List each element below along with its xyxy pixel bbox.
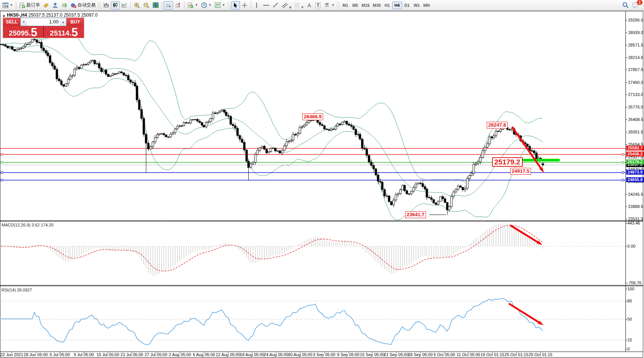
user-icon — [52, 2, 58, 8]
search-icon — [622, 2, 629, 8]
eraser-icon — [43, 3, 49, 8]
new-order-label: 新订单 — [26, 2, 40, 8]
main-toolbar: ▼ 新订单 自动交易 — [0, 0, 644, 11]
buy-button[interactable]: BUY — [67, 18, 84, 26]
crosshair-icon — [242, 2, 248, 8]
collapse-arrow-icon[interactable]: ▲ — [2, 14, 6, 17]
horizontal-line-tool-button[interactable] — [261, 1, 271, 9]
chevron-down-icon: ▼ — [195, 3, 198, 7]
cursor-icon — [233, 2, 238, 8]
chart-shift-button[interactable] — [173, 1, 183, 9]
one-click-trade-panel: SELL ▼ 1.00 ▲ BUY 25095.5 25114.5 — [3, 18, 84, 38]
rsi-indicator-label: RSI(14) 39.0927 — [2, 288, 32, 292]
template-icon — [215, 2, 221, 8]
vertical-line-icon — [254, 2, 259, 8]
tile-windows-button[interactable] — [151, 1, 160, 9]
buy-price[interactable]: 25114.5 — [44, 26, 84, 38]
chevron-down-icon: ▼ — [10, 3, 13, 7]
chevron-down-icon: ▼ — [331, 3, 334, 7]
symbol-ohlc-readout: ▲ HK50-,H4 25037.5 25137.0 25037.5 25097… — [2, 12, 98, 18]
symbol-title: HK50-,H4 — [7, 12, 27, 18]
indicators-button[interactable]: ▼ — [186, 1, 200, 9]
zoom-in-icon — [134, 2, 140, 8]
candlestick-chart-button[interactable] — [111, 1, 120, 9]
channel-tool-button[interactable]: E — [280, 1, 293, 9]
timeframe-w1[interactable]: W1 — [412, 2, 422, 9]
bar-chart-icon — [103, 2, 109, 8]
line-chart-button[interactable] — [120, 1, 129, 9]
fibo-glyph: F — [302, 6, 303, 9]
volume-input[interactable]: 1.00 — [27, 18, 60, 26]
indicators-icon — [187, 2, 194, 8]
trendline-icon — [272, 2, 279, 8]
volume-decrease-button[interactable]: ▼ — [21, 18, 27, 26]
speaker-icon — [61, 2, 67, 8]
shapes-tool-button[interactable]: ▼ — [322, 1, 336, 9]
cursor-tool-button[interactable] — [231, 1, 240, 9]
fibonacci-icon — [294, 2, 300, 8]
crosshair-tool-button[interactable] — [240, 1, 249, 9]
news-button[interactable] — [60, 1, 69, 9]
trading-terminal: ▼ 新订单 自动交易 — [0, 0, 644, 358]
horizontal-line-icon — [263, 3, 269, 8]
timeframe-h4[interactable]: H4 — [392, 2, 402, 9]
sell-price-big: 5 — [31, 28, 37, 37]
text-tool-glyph: A — [308, 2, 311, 8]
accounts-button[interactable] — [51, 1, 60, 9]
zoom-out-icon — [143, 2, 150, 8]
periods-button[interactable]: ▼ — [200, 1, 213, 9]
timeframe-m15[interactable]: M15 — [360, 2, 371, 9]
candlestick-chart-icon — [112, 2, 118, 8]
eraser-button[interactable] — [42, 1, 51, 9]
notification-badge: 1 — [637, 0, 642, 5]
vertical-line-tool-button[interactable] — [252, 1, 261, 9]
chat-button[interactable]: 1 — [630, 1, 641, 9]
clock-icon — [201, 2, 207, 8]
volume-stepper: ▼ 1.00 ▲ — [20, 18, 67, 26]
text-tool-button[interactable]: A — [305, 1, 314, 9]
timeframe-m5[interactable]: M5 — [350, 2, 360, 9]
label-tool-glyph: T — [315, 2, 320, 8]
timeframe-h1[interactable]: H1 — [382, 2, 392, 9]
timeframe-m1[interactable]: M1 — [341, 2, 350, 9]
auto-scroll-icon — [165, 2, 172, 8]
sell-price-main: 25095 — [9, 29, 29, 37]
timeframe-m30[interactable]: M30 — [371, 2, 382, 9]
timeframe-mn[interactable]: MN — [422, 2, 432, 9]
fibonacci-tool-button[interactable]: F — [293, 1, 305, 9]
auto-trading-label: 自动交易 — [77, 2, 96, 8]
label-tool-button[interactable]: T — [314, 1, 322, 9]
shapes-icon — [324, 2, 330, 8]
chart-window-icon[interactable]: ▼ — [1, 1, 14, 9]
buy-price-main: 25114 — [50, 29, 70, 37]
timeframe-d1[interactable]: D1 — [402, 2, 412, 9]
zoom-in-button[interactable] — [132, 1, 142, 9]
volume-increase-button[interactable]: ▲ — [60, 18, 66, 26]
chart-canvas[interactable] — [0, 0, 644, 358]
channel-glyph: E — [289, 6, 291, 9]
search-button[interactable] — [621, 1, 630, 9]
line-chart-icon — [121, 2, 127, 8]
sell-button[interactable]: SELL — [3, 18, 20, 26]
new-order-icon — [19, 2, 25, 8]
auto-scroll-button[interactable] — [164, 1, 173, 9]
tile-windows-icon — [153, 2, 159, 8]
ohlc-values: 25037.5 25137.0 25037.5 25097.0 — [28, 12, 98, 18]
zoom-out-button[interactable] — [142, 1, 151, 9]
bar-chart-button[interactable] — [102, 1, 111, 9]
auto-trading-icon — [70, 2, 76, 8]
channel-icon — [282, 2, 288, 8]
chart-shift-icon — [175, 2, 181, 8]
macd-indicator-label: MACD(12,26,9) 3.62 174.20 — [2, 223, 54, 227]
chevron-down-icon: ▼ — [209, 3, 212, 7]
auto-trading-button[interactable]: 自动交易 — [69, 1, 97, 9]
new-order-button[interactable]: 新订单 — [18, 1, 42, 9]
trendline-tool-button[interactable] — [271, 1, 280, 9]
chevron-down-icon: ▼ — [222, 3, 225, 7]
buy-price-big: 5 — [71, 28, 78, 37]
templates-button[interactable]: ▼ — [213, 1, 227, 9]
timeframe-group: M1M5M15M30H1H4D1W1MN — [341, 2, 432, 9]
sell-price[interactable]: 25095.5 — [3, 26, 43, 38]
